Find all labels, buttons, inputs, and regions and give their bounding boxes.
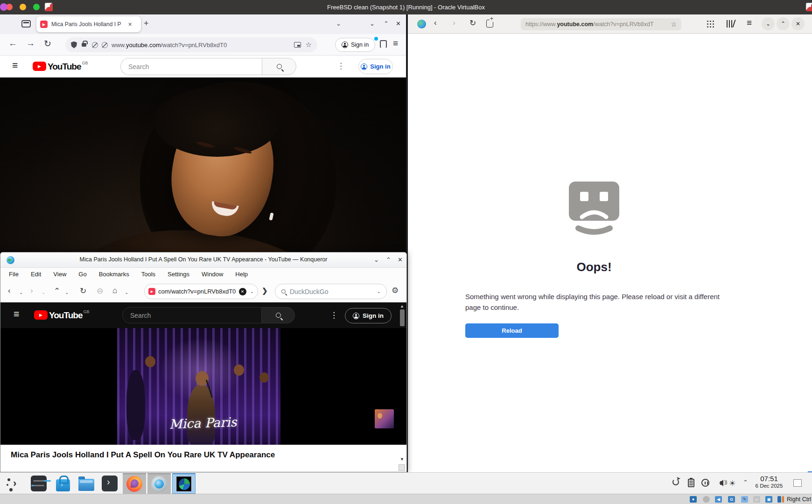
terminal-split-icon[interactable]: ❯ (262, 287, 268, 295)
home-chevron-icon[interactable]: ⌄ (125, 290, 128, 295)
media-player-tray-icon[interactable] (701, 479, 709, 487)
scroll-down-icon[interactable]: ▼ (400, 457, 404, 462)
minimize-button[interactable]: ⌄ (374, 256, 379, 263)
close-button[interactable]: ✕ (396, 20, 401, 27)
menubar-vbox-icon[interactable] (806, 3, 812, 11)
youtube-signin-button[interactable]: Sign in (358, 59, 393, 74)
menu-bookmarks[interactable]: Bookmarks (99, 271, 129, 278)
location-dropdown-icon[interactable]: ⌄ (250, 289, 254, 294)
brightness-tray-icon[interactable]: ☀ (729, 479, 735, 488)
maximize-button[interactable]: ⌃ (386, 256, 391, 263)
more-options-icon[interactable]: ⋮ (330, 310, 338, 320)
features-status-icon[interactable] (777, 496, 781, 503)
app-menu-icon[interactable]: ≡ (393, 38, 398, 49)
usb-status-icon[interactable]: ✎ (741, 496, 748, 503)
url-bar[interactable]: www.youtube.com/watch?v=pnLRVb8xdT0 ☆ (65, 37, 317, 52)
permission-blocked-icon[interactable] (92, 42, 98, 48)
forward-icon[interactable]: → (26, 38, 35, 49)
youtube-logo[interactable]: ▶ YouTube GB (34, 310, 89, 321)
youtube-signin-button[interactable]: Sign in (345, 308, 392, 323)
bookmark-star-icon[interactable]: ☆ (306, 41, 312, 49)
scrollbar-thumb[interactable] (400, 309, 405, 326)
minimize-button[interactable]: ⌄ (762, 17, 775, 30)
tab-close-icon[interactable]: ✕ (128, 21, 132, 28)
guide-menu-icon[interactable]: ≡ (12, 60, 18, 71)
menu-file[interactable]: File (9, 271, 19, 278)
autoplay-blocked-icon[interactable] (102, 42, 108, 48)
list-all-tabs-icon[interactable]: ⌄ (336, 20, 341, 27)
browser-tab[interactable]: ▶ Mica Paris Jools Holland I P ✕ (36, 16, 141, 32)
show-desktop-widget[interactable] (793, 479, 802, 487)
lock-icon[interactable] (82, 43, 86, 47)
web-search-bar[interactable]: DuckDuckGo ⌄ (275, 284, 387, 299)
maximize-button[interactable]: ⌃ (384, 20, 389, 27)
back-icon[interactable]: ‹ (434, 18, 437, 28)
firefox-account-button[interactable]: Sign in (335, 38, 375, 52)
reload-button[interactable]: Reload (465, 323, 559, 338)
recording-status-icon[interactable] (782, 496, 784, 503)
taskbar-item-gnome-web[interactable] (172, 473, 196, 494)
resize-grip[interactable] (399, 464, 405, 471)
optical-disc-status-icon[interactable] (703, 496, 710, 503)
close-button[interactable]: ✕ (398, 256, 403, 263)
taskbar-item-terminal[interactable] (98, 473, 121, 494)
tracking-protection-shield-icon[interactable] (71, 42, 77, 49)
more-options-icon[interactable]: ⋮ (337, 61, 345, 71)
menubar-status-icon[interactable] (0, 3, 7, 11)
taskbar-item-discover[interactable] (51, 473, 75, 494)
settings-gear-icon[interactable]: ⚙ (392, 286, 399, 295)
reload-icon[interactable]: ↻ (80, 286, 86, 296)
back-icon[interactable]: ← (8, 38, 17, 49)
shared-folders-status-icon[interactable]: ▱ (753, 496, 760, 503)
firefox-view-icon[interactable] (21, 20, 31, 28)
digital-clock[interactable]: 07:51 6 Dec 2025 (750, 475, 788, 489)
scrollbar[interactable]: ▲ ▼ (399, 304, 405, 472)
taskbar-item-firefox[interactable] (123, 473, 146, 494)
location-bar[interactable]: ▶ com/watch?v=pnLRVb8xdT0 ✕ ⌄ (144, 284, 258, 299)
network-status-icon[interactable]: ⧉ (728, 496, 735, 503)
volume-tray-icon[interactable] (716, 480, 723, 486)
menu-view[interactable]: View (53, 271, 66, 278)
search-input[interactable]: Search (120, 58, 262, 75)
extensions-icon[interactable] (380, 40, 387, 48)
menu-tools[interactable]: Tools (141, 271, 155, 278)
video-player[interactable]: Mica Paris (0, 328, 406, 445)
menu-help[interactable]: Help (235, 271, 248, 278)
main-menu-icon[interactable]: ≡ (747, 18, 752, 28)
maximize-button[interactable]: ⌃ (777, 17, 790, 30)
taskbar-item-konqueror[interactable] (147, 473, 171, 494)
back-icon[interactable]: ‹ (8, 286, 11, 295)
taskbar-item-files[interactable] (75, 473, 98, 494)
clipboard-tray-icon[interactable] (688, 479, 694, 487)
search-dropdown-icon[interactable]: ⌄ (377, 289, 381, 294)
tray-expand-icon[interactable]: ⌃ (743, 479, 748, 486)
display-status-icon[interactable]: ▣ (765, 496, 772, 503)
taskbar-item-settings[interactable] (27, 473, 50, 494)
address-bar[interactable]: https://www.youtube.com/watch?v=pnLRVb8x… (521, 18, 681, 30)
picture-in-picture-icon[interactable] (294, 42, 301, 48)
menu-edit[interactable]: Edit (31, 271, 41, 278)
bookmark-star-icon[interactable]: ☆ (671, 21, 677, 28)
back-history-chevron-icon[interactable]: ⌄ (19, 290, 23, 295)
konqueror-titlebar[interactable]: Mica Paris Jools Holland I Put A Spell O… (0, 252, 406, 268)
video-thumbnail[interactable] (375, 409, 394, 428)
home-icon[interactable]: ⌂ (112, 286, 117, 295)
search-button[interactable] (262, 307, 295, 323)
audio-status-icon[interactable]: ◀ (715, 496, 722, 503)
minimize-button[interactable]: ⌄ (370, 20, 375, 27)
close-button[interactable]: ✕ (791, 17, 805, 30)
up-icon[interactable]: ⌃ (54, 286, 60, 296)
reload-icon[interactable]: ↻ (44, 38, 51, 49)
reload-icon[interactable]: ↻ (469, 18, 476, 28)
new-tab-button[interactable]: + (144, 19, 149, 28)
search-input[interactable]: Search (122, 307, 262, 323)
guide-menu-icon[interactable]: ≡ (14, 308, 19, 320)
hdd-status-icon[interactable]: ● (690, 496, 697, 503)
search-button[interactable] (262, 58, 296, 75)
menu-settings[interactable]: Settings (168, 271, 189, 278)
app-launcher-icon[interactable]: › (7, 476, 22, 491)
menu-window[interactable]: Window (202, 271, 223, 278)
menu-go[interactable]: Go (78, 271, 86, 278)
youtube-logo[interactable]: ▶ YouTube GB (33, 62, 88, 72)
scroll-up-icon[interactable]: ▲ (400, 304, 404, 308)
